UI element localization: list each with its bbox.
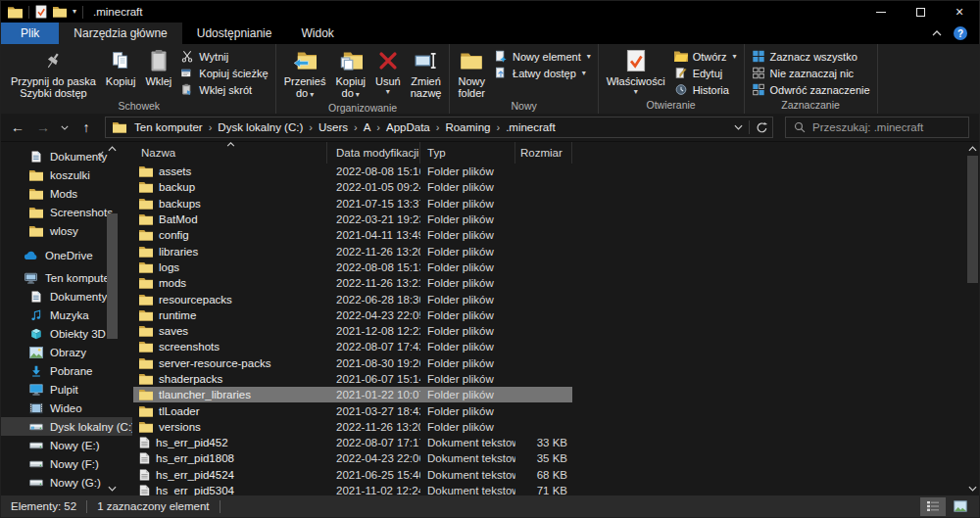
file-row-hs-err-pid452[interactable]: hs_err_pid4522022-08-07 17:17Dokument te… bbox=[133, 435, 572, 450]
file-row-batmod[interactable]: BatMod2022-03-21 19:23Folder plików bbox=[133, 212, 572, 227]
ribbon-button-łatwy-dostęp[interactable]: Łatwy dostęp▾ bbox=[494, 65, 591, 81]
file-row-screenshots[interactable]: screenshots2022-08-07 17:42Folder plików bbox=[133, 339, 572, 354]
address-bar[interactable]: Ten komputer›Dysk lokalny (C:)›Users›A›A… bbox=[105, 117, 773, 138]
ribbon-button-nowy-folder[interactable]: Nowyfolder bbox=[453, 47, 490, 100]
file-type: Folder plików bbox=[420, 213, 515, 225]
ribbon-button-historia[interactable]: Historia bbox=[674, 81, 737, 98]
breadcrumb-segment-dysk-lokalny-c[interactable]: Dysk lokalny (C:) bbox=[212, 121, 309, 133]
file-row-hs-err-pid5304[interactable]: hs_err_pid53042021-11-02 12:24Dokument t… bbox=[133, 483, 572, 495]
file-row-resourcepacks[interactable]: resourcepacks2022-06-28 18:30Folder plik… bbox=[133, 291, 572, 306]
search-input[interactable] bbox=[812, 121, 960, 133]
column-header-nazwa[interactable]: Nazwa bbox=[133, 142, 327, 164]
file-row-backups[interactable]: backups2021-07-15 13:37Folder plików bbox=[133, 196, 572, 212]
file-row-server-resource-packs[interactable]: server-resource-packs2021-08-30 19:26Fol… bbox=[133, 355, 572, 371]
breadcrumb-segment-a[interactable]: A bbox=[358, 121, 377, 133]
sidebar-item-label: Nowy (E:) bbox=[50, 440, 99, 451]
file-row-libraries[interactable]: libraries2022-11-26 13:20Folder plików bbox=[133, 243, 572, 259]
ribbon-button-odwróć-zaznaczenie[interactable]: Odwróć zaznaczenie bbox=[752, 81, 870, 98]
qat-properties-icon[interactable] bbox=[35, 5, 47, 19]
breadcrumb-segment-ten-komputer[interactable]: Ten komputer bbox=[128, 121, 209, 133]
recent-locations-chevron-icon[interactable] bbox=[61, 125, 69, 130]
breadcrumb-segment-appdata[interactable]: AppData bbox=[380, 121, 436, 133]
column-header-data-modyfikacji[interactable]: Data modyfikacji bbox=[327, 142, 420, 164]
ribbon-button-wytnij[interactable]: Wytnij bbox=[180, 48, 268, 65]
close-button[interactable]: × bbox=[940, 1, 979, 23]
file-row-mods[interactable]: mods2022-11-26 13:21Folder plików bbox=[133, 275, 572, 291]
address-dropdown-chevron-icon[interactable] bbox=[734, 124, 743, 130]
file-row-shaderpacks[interactable]: shaderpacks2021-06-07 15:14Folder plików bbox=[133, 371, 572, 387]
minimize-button[interactable] bbox=[861, 1, 901, 23]
refresh-icon[interactable] bbox=[756, 121, 768, 134]
breadcrumb-segment-roaming[interactable]: Roaming bbox=[439, 121, 496, 133]
ribbon-button-wklej[interactable]: Wklej bbox=[140, 47, 176, 88]
scroll-up-icon[interactable] bbox=[968, 146, 977, 152]
scroll-up-icon[interactable] bbox=[108, 146, 117, 152]
file-row-versions[interactable]: versions2022-11-26 13:20Folder plików bbox=[133, 419, 572, 435]
ribbon-button-wklej-skrót[interactable]: Wklej skrót bbox=[180, 81, 268, 98]
tab-plik[interactable]: Plik bbox=[1, 23, 59, 44]
file-name: tlauncher_libraries bbox=[159, 389, 251, 400]
file-row-assets[interactable]: assets2022-08-08 15:16Folder plików bbox=[133, 164, 572, 179]
ribbon-button-nowy-element[interactable]: Nowy element▾ bbox=[494, 48, 591, 65]
folder-icon bbox=[29, 169, 43, 181]
ribbon-button-przypnij-do-paska-szybki-dostęp[interactable]: Przypnij do paskaSzybki dostęp bbox=[6, 47, 101, 100]
ribbon-button-otwórz[interactable]: Otwórz▾ bbox=[674, 48, 737, 65]
sidebar-item-label: Nowy (G:) bbox=[50, 477, 101, 489]
ribbon-button-kopiuj-ścieżkę[interactable]: Kopiuj ścieżkę bbox=[180, 65, 268, 81]
file-row-hs-err-pid1808[interactable]: hs_err_pid18082022-04-23 22:06Dokument t… bbox=[133, 450, 572, 466]
breadcrumb-segment-users[interactable]: Users bbox=[313, 121, 354, 133]
help-icon[interactable]: ? bbox=[954, 26, 967, 40]
dropdown-caret-icon: ▾ bbox=[386, 87, 390, 96]
search-icon bbox=[794, 121, 806, 133]
ribbon-button-kopiuj[interactable]: Kopiuj bbox=[101, 47, 141, 88]
file-row-saves[interactable]: saves2021-12-08 12:22Folder plików bbox=[133, 323, 572, 339]
column-header-rozmiar[interactable]: Rozmiar bbox=[515, 142, 572, 164]
file-row-tlauncher-libraries[interactable]: tlauncher_libraries2021-01-22 10:07Folde… bbox=[133, 387, 572, 402]
tab-udostępnianie[interactable]: Udostępnianie bbox=[182, 23, 287, 44]
ribbon-collapse-icon[interactable] bbox=[932, 30, 942, 36]
up-button[interactable]: ↑ bbox=[75, 117, 97, 138]
invert-selection-icon bbox=[752, 83, 765, 96]
ribbon-button-właściwości[interactable]: Właściwości▾ bbox=[602, 47, 670, 97]
search-box[interactable] bbox=[785, 117, 969, 138]
ribbon-button-zmień-nazwę[interactable]: Zmieńnazwę bbox=[406, 47, 447, 100]
details-view-button[interactable] bbox=[920, 497, 946, 516]
scrollbar-thumb[interactable] bbox=[107, 213, 118, 339]
qat-customize-chevron-icon[interactable]: ▾ bbox=[73, 8, 76, 16]
file-date: 2022-11-26 13:20 bbox=[327, 246, 420, 258]
thumbnails-view-button[interactable] bbox=[948, 497, 973, 516]
ribbon-button-nie-zaznaczaj-nic[interactable]: Nie zaznaczaj nic bbox=[752, 65, 870, 81]
tab-narzędzia-główne[interactable]: Narzędzia główne bbox=[59, 23, 181, 44]
app-folder-icon bbox=[8, 6, 23, 19]
file-row-logs[interactable]: logs2022-08-08 15:13Folder plików bbox=[133, 259, 572, 275]
ribbon-button-kopiuj-do[interactable]: Kopiujdo▾ bbox=[330, 47, 370, 102]
ribbon-button-zaznacz-wszystko[interactable]: Zaznacz wszystko bbox=[752, 48, 870, 65]
ribbon-button-przenieś-do[interactable]: Przenieśdo▾ bbox=[279, 47, 331, 102]
folder-icon bbox=[139, 181, 153, 193]
address-folder-icon bbox=[113, 121, 126, 133]
file-row-backup[interactable]: backup2022-01-05 09:24Folder plików bbox=[133, 179, 572, 195]
divider bbox=[82, 6, 83, 19]
breadcrumb-segment-minecraft[interactable]: .minecraft bbox=[500, 121, 562, 133]
folder-icon bbox=[139, 229, 153, 241]
scroll-down-icon[interactable] bbox=[968, 486, 977, 492]
scrollbar-thumb[interactable] bbox=[967, 156, 978, 283]
easy-access-icon bbox=[494, 67, 508, 79]
file-row-runtime[interactable]: runtime2022-04-23 22:05Folder plików bbox=[133, 307, 572, 323]
scroll-down-icon[interactable] bbox=[108, 486, 117, 492]
tab-widok[interactable]: Widok bbox=[286, 23, 348, 44]
forward-button[interactable]: → bbox=[32, 117, 54, 138]
maximize-button[interactable] bbox=[901, 1, 940, 23]
paste-icon bbox=[147, 49, 171, 72]
column-header-typ[interactable]: Typ bbox=[420, 142, 515, 164]
file-row-config[interactable]: config2021-04-11 13:49Folder plików bbox=[133, 227, 572, 243]
file-name: mods bbox=[159, 277, 186, 289]
ribbon-button-usuń[interactable]: Usuń▾ bbox=[370, 47, 406, 97]
ribbon-button-edytuj[interactable]: Edytuj bbox=[674, 65, 737, 81]
file-row-hs-err-pid4524[interactable]: hs_err_pid45242021-06-25 15:40Dokument t… bbox=[133, 467, 572, 483]
list-scrollbar[interactable] bbox=[966, 142, 979, 495]
back-button[interactable]: ← bbox=[7, 117, 28, 138]
qat-new-folder-icon[interactable] bbox=[53, 6, 67, 18]
sidebar-scrollbar[interactable] bbox=[105, 142, 120, 495]
file-row-tlloader[interactable]: tlLoader2021-03-27 18:42Folder plików bbox=[133, 402, 572, 418]
